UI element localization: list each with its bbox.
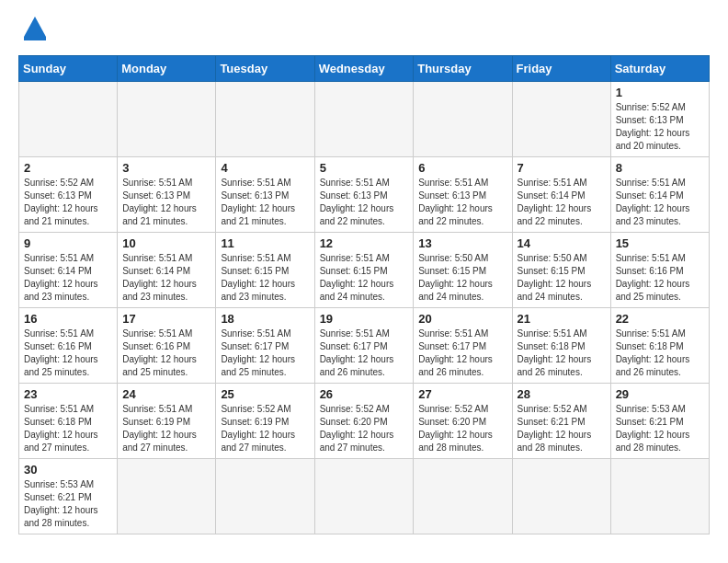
day-number: 13 [418, 236, 506, 250]
day-info: Sunrise: 5:51 AM Sunset: 6:14 PM Dayligh… [122, 252, 210, 304]
calendar-cell: 6Sunrise: 5:51 AM Sunset: 6:13 PM Daylig… [414, 157, 512, 233]
day-header-wednesday: Wednesday [314, 56, 414, 82]
day-header-sunday: Sunday [19, 56, 118, 82]
day-number: 4 [221, 161, 309, 175]
calendar-week-2: 2Sunrise: 5:52 AM Sunset: 6:13 PM Daylig… [19, 157, 710, 233]
calendar-cell [314, 459, 414, 534]
day-info: Sunrise: 5:51 AM Sunset: 6:14 PM Dayligh… [24, 252, 112, 304]
calendar-cell: 25Sunrise: 5:52 AM Sunset: 6:19 PM Dayli… [216, 384, 314, 459]
day-info: Sunrise: 5:53 AM Sunset: 6:21 PM Dayligh… [616, 403, 704, 454]
calendar-cell: 10Sunrise: 5:51 AM Sunset: 6:14 PM Dayli… [118, 233, 216, 308]
day-header-friday: Friday [512, 56, 610, 82]
calendar-cell: 1Sunrise: 5:52 AM Sunset: 6:13 PM Daylig… [610, 82, 709, 157]
calendar-week-6: 30Sunrise: 5:53 AM Sunset: 6:21 PM Dayli… [19, 459, 710, 534]
day-number: 18 [221, 312, 309, 326]
calendar-cell [118, 82, 216, 157]
calendar-cell [610, 459, 709, 534]
day-info: Sunrise: 5:51 AM Sunset: 6:16 PM Dayligh… [122, 327, 210, 379]
calendar-cell [414, 82, 512, 157]
day-info: Sunrise: 5:51 AM Sunset: 6:19 PM Dayligh… [122, 403, 210, 454]
calendar-cell: 15Sunrise: 5:51 AM Sunset: 6:16 PM Dayli… [610, 233, 709, 308]
day-number: 19 [320, 312, 409, 326]
calendar-cell: 24Sunrise: 5:51 AM Sunset: 6:19 PM Dayli… [118, 384, 216, 459]
day-info: Sunrise: 5:51 AM Sunset: 6:16 PM Dayligh… [24, 327, 112, 379]
day-number: 24 [122, 387, 210, 401]
logo-icon [22, 15, 48, 40]
calendar-header: SundayMondayTuesdayWednesdayThursdayFrid… [19, 56, 710, 82]
day-number: 28 [518, 387, 606, 401]
day-info: Sunrise: 5:52 AM Sunset: 6:13 PM Dayligh… [24, 177, 112, 228]
page-header [18, 18, 710, 40]
day-info: Sunrise: 5:51 AM Sunset: 6:14 PM Dayligh… [616, 177, 704, 228]
calendar-cell: 8Sunrise: 5:51 AM Sunset: 6:14 PM Daylig… [610, 157, 709, 233]
calendar-cell: 20Sunrise: 5:51 AM Sunset: 6:17 PM Dayli… [414, 308, 512, 384]
day-number: 21 [518, 312, 606, 326]
day-info: Sunrise: 5:51 AM Sunset: 6:16 PM Dayligh… [616, 252, 704, 304]
day-info: Sunrise: 5:51 AM Sunset: 6:13 PM Dayligh… [320, 177, 409, 228]
day-info: Sunrise: 5:51 AM Sunset: 6:17 PM Dayligh… [320, 327, 409, 379]
days-of-week-row: SundayMondayTuesdayWednesdayThursdayFrid… [19, 56, 710, 82]
day-number: 9 [24, 236, 112, 250]
calendar-cell: 17Sunrise: 5:51 AM Sunset: 6:16 PM Dayli… [118, 308, 216, 384]
logo [18, 18, 48, 40]
day-info: Sunrise: 5:53 AM Sunset: 6:21 PM Dayligh… [24, 478, 112, 530]
calendar-cell: 14Sunrise: 5:50 AM Sunset: 6:15 PM Dayli… [512, 233, 610, 308]
day-number: 22 [616, 312, 704, 326]
day-header-saturday: Saturday [610, 56, 709, 82]
svg-rect-1 [24, 37, 46, 40]
day-info: Sunrise: 5:51 AM Sunset: 6:13 PM Dayligh… [418, 177, 506, 228]
day-number: 12 [320, 236, 409, 250]
calendar-cell: 13Sunrise: 5:50 AM Sunset: 6:15 PM Dayli… [414, 233, 512, 308]
calendar-cell: 27Sunrise: 5:52 AM Sunset: 6:20 PM Dayli… [414, 384, 512, 459]
calendar-cell: 30Sunrise: 5:53 AM Sunset: 6:21 PM Dayli… [19, 459, 118, 534]
calendar-cell: 21Sunrise: 5:51 AM Sunset: 6:18 PM Dayli… [512, 308, 610, 384]
day-info: Sunrise: 5:51 AM Sunset: 6:18 PM Dayligh… [518, 327, 606, 379]
calendar-cell: 23Sunrise: 5:51 AM Sunset: 6:18 PM Dayli… [19, 384, 118, 459]
calendar-cell: 2Sunrise: 5:52 AM Sunset: 6:13 PM Daylig… [19, 157, 118, 233]
calendar-cell: 19Sunrise: 5:51 AM Sunset: 6:17 PM Dayli… [314, 308, 414, 384]
day-info: Sunrise: 5:50 AM Sunset: 6:15 PM Dayligh… [418, 252, 506, 304]
calendar-cell [216, 82, 314, 157]
calendar-cell: 12Sunrise: 5:51 AM Sunset: 6:15 PM Dayli… [314, 233, 414, 308]
day-number: 30 [24, 463, 112, 477]
day-number: 7 [518, 161, 606, 175]
calendar-cell [512, 459, 610, 534]
day-number: 3 [122, 161, 210, 175]
day-info: Sunrise: 5:51 AM Sunset: 6:13 PM Dayligh… [221, 177, 309, 228]
day-number: 6 [418, 161, 506, 175]
day-info: Sunrise: 5:50 AM Sunset: 6:15 PM Dayligh… [518, 252, 606, 304]
day-number: 26 [320, 387, 409, 401]
day-info: Sunrise: 5:51 AM Sunset: 6:18 PM Dayligh… [24, 403, 112, 454]
day-info: Sunrise: 5:52 AM Sunset: 6:13 PM Dayligh… [616, 101, 704, 153]
day-info: Sunrise: 5:52 AM Sunset: 6:19 PM Dayligh… [221, 403, 309, 454]
day-number: 14 [518, 236, 606, 250]
day-number: 5 [320, 161, 409, 175]
calendar-cell: 11Sunrise: 5:51 AM Sunset: 6:15 PM Dayli… [216, 233, 314, 308]
day-info: Sunrise: 5:52 AM Sunset: 6:20 PM Dayligh… [320, 403, 409, 454]
calendar-cell: 29Sunrise: 5:53 AM Sunset: 6:21 PM Dayli… [610, 384, 709, 459]
day-info: Sunrise: 5:51 AM Sunset: 6:17 PM Dayligh… [221, 327, 309, 379]
day-info: Sunrise: 5:51 AM Sunset: 6:13 PM Dayligh… [122, 177, 210, 228]
calendar-cell [314, 82, 414, 157]
calendar-body: 1Sunrise: 5:52 AM Sunset: 6:13 PM Daylig… [19, 82, 710, 534]
calendar-cell: 22Sunrise: 5:51 AM Sunset: 6:18 PM Dayli… [610, 308, 709, 384]
svg-marker-0 [24, 17, 46, 37]
day-number: 8 [616, 161, 704, 175]
calendar-cell [414, 459, 512, 534]
calendar-week-3: 9Sunrise: 5:51 AM Sunset: 6:14 PM Daylig… [19, 233, 710, 308]
day-number: 11 [221, 236, 309, 250]
calendar-cell: 7Sunrise: 5:51 AM Sunset: 6:14 PM Daylig… [512, 157, 610, 233]
calendar-cell: 9Sunrise: 5:51 AM Sunset: 6:14 PM Daylig… [19, 233, 118, 308]
day-number: 10 [122, 236, 210, 250]
day-header-tuesday: Tuesday [216, 56, 314, 82]
day-number: 20 [418, 312, 506, 326]
day-info: Sunrise: 5:52 AM Sunset: 6:20 PM Dayligh… [418, 403, 506, 454]
calendar-week-5: 23Sunrise: 5:51 AM Sunset: 6:18 PM Dayli… [19, 384, 710, 459]
calendar: SundayMondayTuesdayWednesdayThursdayFrid… [18, 55, 710, 534]
day-header-monday: Monday [118, 56, 216, 82]
day-number: 1 [616, 86, 704, 99]
day-info: Sunrise: 5:51 AM Sunset: 6:14 PM Dayligh… [518, 177, 606, 228]
calendar-cell: 3Sunrise: 5:51 AM Sunset: 6:13 PM Daylig… [118, 157, 216, 233]
day-number: 17 [122, 312, 210, 326]
calendar-cell: 16Sunrise: 5:51 AM Sunset: 6:16 PM Dayli… [19, 308, 118, 384]
